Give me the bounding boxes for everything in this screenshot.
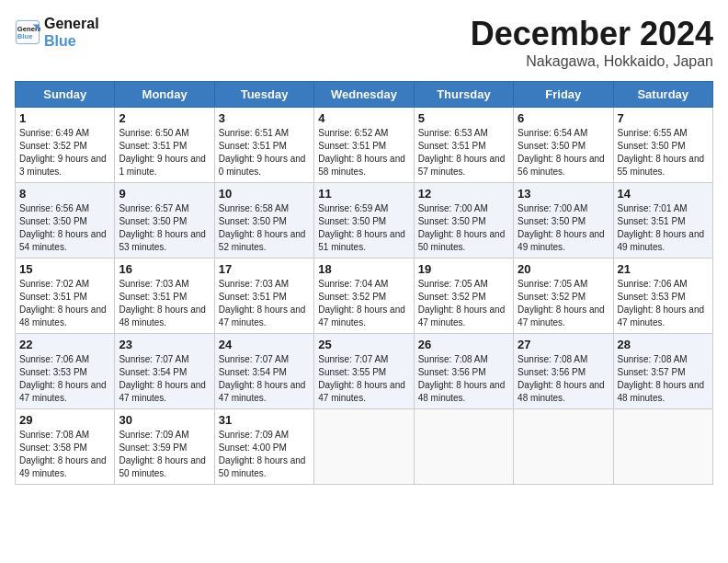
day-number: 20	[518, 262, 609, 276]
calendar-cell: 27Sunrise: 7:08 AMSunset: 3:56 PMDayligh…	[514, 334, 613, 409]
day-detail: Sunrise: 7:01 AMSunset: 3:51 PMDaylight:…	[618, 202, 709, 254]
day-detail: Sunrise: 6:51 AMSunset: 3:51 PMDaylight:…	[219, 127, 310, 178]
calendar-cell: 14Sunrise: 7:01 AMSunset: 3:51 PMDayligh…	[613, 183, 712, 259]
day-detail: Sunrise: 6:49 AMSunset: 3:52 PMDaylight:…	[19, 127, 110, 178]
calendar-cell: 8Sunrise: 6:56 AMSunset: 3:50 PMDaylight…	[16, 183, 115, 259]
day-number: 10	[219, 187, 310, 201]
day-number: 16	[119, 262, 210, 276]
day-detail: Sunrise: 7:08 AMSunset: 3:58 PMDaylight:…	[19, 429, 110, 480]
day-header-monday: Monday	[115, 82, 214, 108]
day-detail: Sunrise: 7:07 AMSunset: 3:54 PMDaylight:…	[119, 353, 210, 405]
day-number: 31	[219, 413, 310, 427]
day-number: 14	[618, 187, 709, 201]
calendar-cell	[314, 409, 414, 485]
day-detail: Sunrise: 7:04 AMSunset: 3:52 PMDaylight:…	[318, 278, 409, 329]
day-number: 23	[119, 338, 210, 351]
svg-text:Blue: Blue	[17, 32, 33, 40]
day-detail: Sunrise: 7:07 AMSunset: 3:55 PMDaylight:…	[318, 353, 409, 405]
calendar-cell: 17Sunrise: 7:03 AMSunset: 3:51 PMDayligh…	[214, 259, 313, 334]
calendar-cell	[613, 409, 712, 485]
day-detail: Sunrise: 6:50 AMSunset: 3:51 PMDaylight:…	[119, 127, 210, 178]
day-number: 22	[19, 338, 110, 351]
day-number: 1	[19, 111, 110, 125]
day-header-thursday: Thursday	[414, 82, 513, 108]
day-detail: Sunrise: 6:57 AMSunset: 3:50 PMDaylight:…	[119, 202, 210, 254]
calendar-cell: 12Sunrise: 7:00 AMSunset: 3:50 PMDayligh…	[414, 183, 513, 259]
day-number: 29	[19, 413, 110, 427]
day-number: 13	[518, 187, 609, 201]
logo-icon: General Blue	[15, 19, 40, 45]
calendar-cell	[514, 409, 613, 485]
calendar-cell: 5Sunrise: 6:53 AMSunset: 3:51 PMDaylight…	[414, 108, 513, 183]
day-number: 6	[518, 111, 609, 125]
day-detail: Sunrise: 6:59 AMSunset: 3:50 PMDaylight:…	[318, 202, 409, 254]
day-number: 2	[119, 111, 210, 125]
calendar-cell: 30Sunrise: 7:09 AMSunset: 3:59 PMDayligh…	[115, 409, 214, 485]
day-number: 5	[418, 111, 509, 125]
calendar-cell: 19Sunrise: 7:05 AMSunset: 3:52 PMDayligh…	[414, 259, 513, 334]
day-detail: Sunrise: 7:09 AMSunset: 4:00 PMDaylight:…	[219, 429, 310, 480]
calendar-cell: 20Sunrise: 7:05 AMSunset: 3:52 PMDayligh…	[514, 259, 613, 334]
calendar-week-1: 1Sunrise: 6:49 AMSunset: 3:52 PMDaylight…	[16, 108, 713, 183]
calendar-cell: 11Sunrise: 6:59 AMSunset: 3:50 PMDayligh…	[314, 183, 414, 259]
calendar-cell: 24Sunrise: 7:07 AMSunset: 3:54 PMDayligh…	[214, 334, 313, 409]
calendar-week-3: 15Sunrise: 7:02 AMSunset: 3:51 PMDayligh…	[16, 259, 713, 334]
day-detail: Sunrise: 7:08 AMSunset: 3:57 PMDaylight:…	[618, 353, 709, 405]
calendar-table: SundayMondayTuesdayWednesdayThursdayFrid…	[15, 81, 713, 485]
calendar-week-4: 22Sunrise: 7:06 AMSunset: 3:53 PMDayligh…	[16, 334, 713, 409]
day-detail: Sunrise: 6:54 AMSunset: 3:50 PMDaylight:…	[518, 127, 609, 178]
calendar-cell: 3Sunrise: 6:51 AMSunset: 3:51 PMDaylight…	[214, 108, 313, 183]
day-detail: Sunrise: 7:00 AMSunset: 3:50 PMDaylight:…	[518, 202, 609, 254]
calendar-cell: 10Sunrise: 6:58 AMSunset: 3:50 PMDayligh…	[214, 183, 313, 259]
calendar-header-row: SundayMondayTuesdayWednesdayThursdayFrid…	[16, 82, 713, 108]
calendar-body: 1Sunrise: 6:49 AMSunset: 3:52 PMDaylight…	[16, 108, 713, 485]
day-number: 26	[418, 338, 509, 351]
day-number: 17	[219, 262, 310, 276]
day-detail: Sunrise: 6:56 AMSunset: 3:50 PMDaylight:…	[19, 202, 110, 254]
day-number: 4	[318, 111, 409, 125]
logo-line2: Blue	[44, 32, 99, 50]
header: General Blue General Blue December 2024 …	[15, 15, 713, 70]
calendar-cell: 16Sunrise: 7:03 AMSunset: 3:51 PMDayligh…	[115, 259, 214, 334]
day-number: 11	[318, 187, 409, 201]
day-header-tuesday: Tuesday	[214, 82, 313, 108]
calendar-cell: 18Sunrise: 7:04 AMSunset: 3:52 PMDayligh…	[314, 259, 414, 334]
day-detail: Sunrise: 7:08 AMSunset: 3:56 PMDaylight:…	[418, 353, 509, 405]
day-number: 24	[219, 338, 310, 351]
day-number: 19	[418, 262, 509, 276]
day-number: 27	[518, 338, 609, 351]
day-detail: Sunrise: 7:03 AMSunset: 3:51 PMDaylight:…	[219, 278, 310, 329]
day-detail: Sunrise: 7:03 AMSunset: 3:51 PMDaylight:…	[119, 278, 210, 329]
calendar-cell: 29Sunrise: 7:08 AMSunset: 3:58 PMDayligh…	[16, 409, 115, 485]
logo-line1: General	[44, 15, 99, 32]
calendar-cell: 31Sunrise: 7:09 AMSunset: 4:00 PMDayligh…	[214, 409, 313, 485]
day-detail: Sunrise: 6:58 AMSunset: 3:50 PMDaylight:…	[219, 202, 310, 254]
calendar-cell: 15Sunrise: 7:02 AMSunset: 3:51 PMDayligh…	[16, 259, 115, 334]
day-detail: Sunrise: 7:07 AMSunset: 3:54 PMDaylight:…	[219, 353, 310, 405]
day-number: 30	[119, 413, 210, 427]
calendar-cell: 7Sunrise: 6:55 AMSunset: 3:50 PMDaylight…	[613, 108, 712, 183]
day-header-sunday: Sunday	[16, 82, 115, 108]
title-area: December 2024 Nakagawa, Hokkaido, Japan	[471, 15, 713, 70]
calendar-cell: 28Sunrise: 7:08 AMSunset: 3:57 PMDayligh…	[613, 334, 712, 409]
day-detail: Sunrise: 7:05 AMSunset: 3:52 PMDaylight:…	[518, 278, 609, 329]
day-number: 8	[19, 187, 110, 201]
day-number: 7	[618, 111, 709, 125]
calendar-cell: 2Sunrise: 6:50 AMSunset: 3:51 PMDaylight…	[115, 108, 214, 183]
day-detail: Sunrise: 7:06 AMSunset: 3:53 PMDaylight:…	[19, 353, 110, 405]
calendar-cell: 25Sunrise: 7:07 AMSunset: 3:55 PMDayligh…	[314, 334, 414, 409]
day-detail: Sunrise: 7:00 AMSunset: 3:50 PMDaylight:…	[418, 202, 509, 254]
day-detail: Sunrise: 7:08 AMSunset: 3:56 PMDaylight:…	[518, 353, 609, 405]
day-detail: Sunrise: 6:52 AMSunset: 3:51 PMDaylight:…	[318, 127, 409, 178]
logo: General Blue General Blue	[15, 15, 99, 50]
calendar-cell: 23Sunrise: 7:07 AMSunset: 3:54 PMDayligh…	[115, 334, 214, 409]
day-number: 28	[618, 338, 709, 351]
day-detail: Sunrise: 7:09 AMSunset: 3:59 PMDaylight:…	[119, 429, 210, 480]
day-number: 12	[418, 187, 509, 201]
day-detail: Sunrise: 6:55 AMSunset: 3:50 PMDaylight:…	[618, 127, 709, 178]
day-number: 9	[119, 187, 210, 201]
day-number: 21	[618, 262, 709, 276]
calendar-week-5: 29Sunrise: 7:08 AMSunset: 3:58 PMDayligh…	[16, 409, 713, 485]
calendar-week-2: 8Sunrise: 6:56 AMSunset: 3:50 PMDaylight…	[16, 183, 713, 259]
calendar-cell: 21Sunrise: 7:06 AMSunset: 3:53 PMDayligh…	[613, 259, 712, 334]
